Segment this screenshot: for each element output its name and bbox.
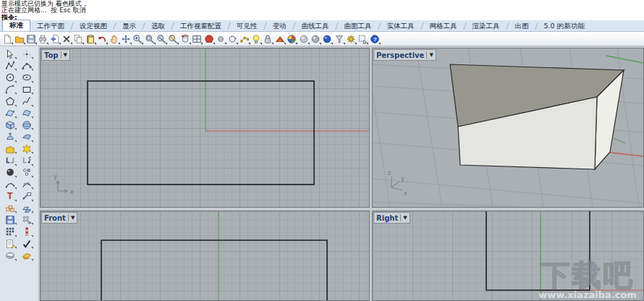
rectangle-curve[interactable] bbox=[101, 240, 327, 300]
scoop-surface-button[interactable] bbox=[20, 250, 34, 261]
array-button[interactable] bbox=[20, 214, 34, 225]
point-button[interactable] bbox=[20, 48, 34, 59]
polygon-button[interactable] bbox=[3, 96, 17, 107]
zoom-selected-button[interactable] bbox=[156, 33, 167, 46]
curve-boolean-button[interactable] bbox=[3, 167, 17, 178]
blend-curve-button[interactable] bbox=[3, 179, 17, 190]
boolean-union-button[interactable] bbox=[3, 143, 17, 154]
viewport-right-label[interactable]: Right ▼ bbox=[373, 212, 410, 224]
block-instance-button[interactable] bbox=[3, 203, 17, 213]
options-gear-button[interactable] bbox=[345, 33, 357, 46]
selection-filter-button[interactable] bbox=[334, 33, 345, 46]
viewport-front-canvas[interactable] bbox=[41, 211, 369, 300]
render-preview-sphere-button[interactable] bbox=[310, 33, 321, 46]
copy-button[interactable] bbox=[72, 33, 84, 46]
menu-tab-11[interactable]: 实体工具 bbox=[381, 21, 421, 31]
control-points-on-button[interactable] bbox=[239, 33, 250, 46]
rectangle-button[interactable] bbox=[20, 84, 34, 95]
notes-button[interactable] bbox=[3, 238, 17, 249]
viewport-perspective-canvas[interactable]: z y x bbox=[373, 48, 643, 207]
viewport-top-label[interactable]: Top ▼ bbox=[41, 49, 70, 61]
sphere-button[interactable] bbox=[20, 119, 34, 130]
select-arrow-button[interactable] bbox=[3, 48, 17, 59]
render-blue-sphere-button[interactable] bbox=[321, 33, 333, 46]
shade-mode-button[interactable] bbox=[203, 33, 215, 46]
select-window-button[interactable] bbox=[357, 33, 368, 46]
save-surface-button[interactable] bbox=[3, 214, 17, 225]
export-page-button[interactable] bbox=[49, 33, 61, 46]
lightbulb-button[interactable] bbox=[250, 33, 262, 46]
freeform-curve-button[interactable] bbox=[20, 96, 34, 107]
explode-button[interactable] bbox=[20, 156, 34, 166]
menu-tab-8[interactable]: 变动 bbox=[266, 21, 293, 31]
zoom-extents-button[interactable] bbox=[167, 33, 179, 46]
menu-tab-4[interactable]: 显示 bbox=[116, 21, 143, 31]
menu-tab-14[interactable]: 出图 bbox=[509, 21, 535, 31]
circle-button[interactable] bbox=[3, 72, 17, 83]
zoom-window-button[interactable] bbox=[144, 33, 156, 46]
print-button[interactable] bbox=[37, 33, 48, 46]
control-point-curve-button[interactable] bbox=[20, 60, 34, 71]
menu-tab-5[interactable]: 选取 bbox=[145, 21, 171, 31]
adjustable-blend-button[interactable] bbox=[20, 179, 34, 190]
ellipse-button[interactable] bbox=[20, 72, 34, 83]
shade-small-button[interactable] bbox=[215, 33, 226, 46]
join-button[interactable] bbox=[3, 156, 17, 166]
array-grid-button[interactable] bbox=[3, 226, 17, 237]
arc-button[interactable] bbox=[3, 84, 17, 95]
viewport-perspective-label[interactable]: Perspective ▼ bbox=[373, 49, 436, 61]
viewport-top[interactable]: Top ▼ y x bbox=[40, 48, 370, 208]
menu-tab-6[interactable]: 工作视窗配置 bbox=[174, 21, 228, 31]
cplane-button[interactable] bbox=[274, 33, 286, 46]
menu-tab-1[interactable]: 标准 bbox=[2, 20, 30, 31]
help-button[interactable]: ? bbox=[369, 33, 381, 46]
zoom-dynamic-button[interactable] bbox=[132, 33, 143, 46]
menu-tab-2[interactable]: 工作平面 bbox=[30, 21, 71, 31]
paste-button[interactable] bbox=[85, 33, 96, 46]
menu-tab-9[interactable]: 曲线工具 bbox=[295, 21, 336, 31]
delete-button[interactable] bbox=[61, 33, 72, 46]
menu-tab-13[interactable]: 渲染工具 bbox=[466, 21, 507, 31]
open-folder-button[interactable] bbox=[14, 33, 25, 46]
patch-surface-button[interactable] bbox=[20, 108, 34, 119]
leader-button[interactable] bbox=[20, 191, 34, 202]
viewport-front-label[interactable]: Front ▼ bbox=[41, 212, 77, 224]
shaded-box[interactable] bbox=[450, 64, 624, 169]
viewport-right-canvas[interactable] bbox=[373, 211, 643, 300]
new-document-button[interactable] bbox=[1, 33, 13, 46]
rotate-view-button[interactable] bbox=[179, 33, 191, 46]
menu-tab-12[interactable]: 网格工具 bbox=[423, 21, 464, 31]
move-button[interactable] bbox=[120, 33, 132, 46]
viewport-right[interactable]: Right ▼ 下载吧 www.xiazaiba.com bbox=[372, 211, 644, 301]
extrude-surface-button[interactable] bbox=[3, 132, 17, 143]
menu-tab-7[interactable]: 可见性 bbox=[230, 21, 264, 31]
render-sphere-button[interactable] bbox=[298, 33, 310, 46]
color-wheel-button[interactable] bbox=[286, 33, 297, 46]
point-cloud-button[interactable] bbox=[20, 167, 34, 178]
menu-tab-3[interactable]: 设定视图 bbox=[73, 21, 114, 31]
text-object-button[interactable]: T bbox=[3, 191, 17, 202]
viewport-label-separator bbox=[426, 51, 427, 59]
viewport-perspective[interactable]: Perspective ▼ bbox=[372, 48, 644, 208]
viewport-top-canvas[interactable]: y x bbox=[41, 48, 369, 207]
fillet-edge-button[interactable] bbox=[20, 143, 34, 154]
surface-from-points-button[interactable] bbox=[3, 108, 17, 119]
menu-tab-10[interactable]: 曲面工具 bbox=[338, 21, 378, 31]
copy-object-button[interactable] bbox=[20, 203, 34, 213]
rotate-circle-button[interactable] bbox=[226, 33, 238, 46]
surface-tools-button[interactable] bbox=[20, 132, 34, 143]
lock-button[interactable] bbox=[262, 33, 274, 46]
flatten-disc-button[interactable] bbox=[3, 250, 17, 261]
check-objects-button[interactable] bbox=[20, 238, 34, 249]
undo-button[interactable] bbox=[96, 33, 108, 46]
rectangle-curve[interactable] bbox=[88, 81, 314, 185]
linear-dimension-button[interactable] bbox=[20, 226, 34, 237]
save-button[interactable] bbox=[25, 33, 37, 46]
pan-hand-button[interactable] bbox=[109, 33, 120, 46]
box-button[interactable] bbox=[3, 119, 17, 130]
viewport-front[interactable]: Front ▼ bbox=[40, 211, 370, 301]
menu-tab-15[interactable]: 5.0 的新功能 bbox=[538, 21, 591, 31]
rectangle-curve[interactable] bbox=[486, 211, 590, 290]
polyline-button[interactable] bbox=[3, 60, 17, 71]
viewport-layout-button[interactable] bbox=[191, 33, 203, 46]
